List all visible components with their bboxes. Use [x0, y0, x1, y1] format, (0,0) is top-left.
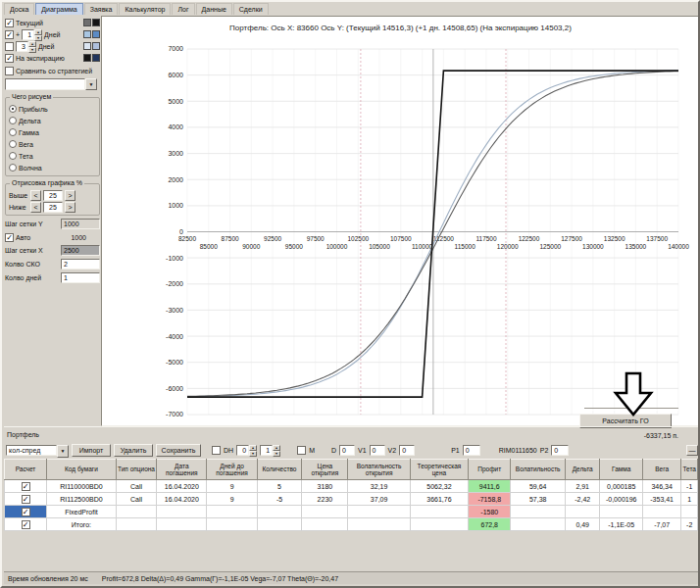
color-swatch[interactable] — [83, 30, 91, 38]
spinner-down-icon[interactable]: ▾ — [273, 451, 280, 457]
sko-count-input[interactable]: 2 — [61, 259, 100, 270]
series-checkbox[interactable] — [5, 42, 14, 51]
column-header[interactable]: Тета — [681, 460, 698, 480]
radio-gamma[interactable] — [9, 128, 17, 136]
strategy-combobox-value: кол-спред — [6, 445, 57, 456]
v1-input[interactable]: 0 — [370, 445, 385, 456]
color-swatch[interactable] — [83, 54, 91, 62]
column-header[interactable]: Код бумаги — [47, 460, 117, 480]
color-swatch[interactable] — [83, 42, 91, 50]
row-calc-cell[interactable]: ✓ — [5, 506, 47, 518]
auto-checkbox[interactable]: ✓ — [5, 233, 14, 242]
compare-strategy-select[interactable]: ▼ — [5, 78, 97, 90]
v2-input[interactable]: 0 — [399, 445, 415, 456]
draw-option-delta[interactable]: Дельта — [9, 116, 96, 125]
column-header[interactable]: Расчет — [5, 460, 47, 480]
row-checkbox[interactable]: ✓ — [22, 482, 30, 491]
column-header[interactable]: Гамма — [600, 460, 643, 480]
color-swatch[interactable] — [92, 19, 100, 26]
tab-board[interactable]: Доска — [4, 3, 34, 15]
portfolio-title: Портфель — [7, 431, 39, 438]
cell: 57,38 — [511, 493, 566, 506]
collapse-button[interactable]: — — [686, 445, 698, 456]
tab-calculator[interactable]: Калькулятор — [119, 3, 171, 15]
color-swatch[interactable] — [83, 19, 91, 26]
cell — [600, 506, 643, 518]
radio-delta[interactable] — [9, 117, 17, 124]
radio-theta[interactable] — [9, 152, 17, 160]
column-header[interactable]: Вега — [642, 460, 680, 480]
column-header[interactable]: Волатильность — [511, 460, 566, 480]
render-row-above: Выше<25> — [9, 190, 96, 200]
svg-text:1000: 1000 — [168, 202, 183, 209]
row-calc-cell[interactable]: ✓ — [5, 480, 47, 493]
radio-label: Гамма — [19, 129, 39, 136]
spinner-down-icon[interactable]: ▾ — [28, 47, 36, 53]
cell: 32,19 — [348, 480, 410, 493]
tab-diagram[interactable]: Диаграмма — [35, 3, 82, 15]
days-count-input[interactable]: 1 — [61, 272, 100, 283]
dh-spinner-1[interactable]: 0 ▴ ▾ — [236, 445, 257, 456]
tab-log[interactable]: Лог — [172, 3, 194, 15]
decrease-button[interactable]: < — [30, 202, 41, 213]
tab-order[interactable]: Заявка — [84, 3, 119, 15]
cell: 2,91 — [566, 480, 600, 493]
draw-option-theta[interactable]: Тета — [9, 151, 96, 161]
column-header[interactable]: Теоретическая цена — [410, 460, 468, 480]
chevron-down-icon[interactable]: ▼ — [85, 78, 97, 90]
days-spinner[interactable]: 3▴▾ — [16, 41, 36, 52]
save-button[interactable]: Сохранить — [156, 444, 201, 457]
column-header[interactable]: Дней до погашения — [207, 460, 257, 480]
draw-option-gamma[interactable]: Гамма — [9, 127, 96, 137]
color-swatch[interactable] — [92, 42, 100, 50]
draw-option-volna[interactable]: Волчна — [9, 163, 96, 172]
color-swatch[interactable] — [92, 54, 100, 62]
compare-checkbox[interactable] — [5, 67, 14, 75]
column-header[interactable]: Профит — [469, 460, 511, 480]
row-checkbox[interactable]: ✓ — [22, 495, 30, 504]
import-button[interactable]: Импорт — [72, 444, 111, 457]
spinner-down-icon[interactable]: ▾ — [249, 451, 257, 457]
grid-y-input[interactable]: 1000 — [61, 219, 100, 229]
tab-trades[interactable]: Сделки — [233, 3, 269, 15]
series-checkbox[interactable]: ✓ — [5, 30, 14, 39]
cell — [157, 518, 207, 531]
tab-data[interactable]: Данные — [196, 3, 232, 15]
row-checkbox[interactable]: ✓ — [22, 520, 30, 529]
column-header[interactable]: Количество — [257, 460, 302, 480]
column-header[interactable]: Тип опциона — [116, 460, 156, 480]
row-checkbox[interactable]: ✓ — [22, 508, 30, 516]
column-header[interactable]: Волатильность открытия — [348, 460, 410, 480]
radio-volna[interactable] — [9, 164, 17, 172]
cell — [302, 506, 348, 518]
positions-table: РасчетКод бумагиТип опционаДата погашени… — [4, 459, 698, 531]
decrease-button[interactable]: < — [30, 190, 41, 201]
d-input[interactable]: 0 — [339, 445, 355, 456]
radio-profit[interactable] — [9, 105, 17, 113]
draw-option-vega[interactable]: Вега — [9, 139, 96, 149]
radio-vega[interactable] — [9, 140, 17, 148]
row-calc-cell[interactable]: ✓ — [5, 493, 47, 506]
dh-checkbox[interactable] — [212, 446, 221, 455]
strategy-combobox[interactable]: кол-спред ▼ — [6, 445, 69, 457]
delete-button[interactable]: Удалить — [114, 444, 153, 457]
series-checkbox[interactable]: ✓ — [5, 54, 14, 63]
increase-button[interactable]: > — [65, 202, 75, 213]
days-spinner[interactable]: 1▴▾ — [22, 29, 42, 40]
series-checkbox[interactable]: ✓ — [5, 19, 14, 27]
cell: Call — [116, 493, 156, 506]
p1-input[interactable]: 0 — [463, 445, 480, 456]
increase-button[interactable]: > — [65, 190, 75, 201]
p2-input[interactable]: 0 — [551, 445, 569, 456]
dh-spinner-2[interactable]: 1 ▴ ▾ — [260, 445, 280, 456]
m-checkbox[interactable] — [297, 446, 306, 455]
row-calc-cell[interactable]: ✓ — [5, 518, 47, 531]
chevron-down-icon[interactable]: ▼ — [57, 445, 69, 458]
draw-option-profit[interactable]: Прибыль — [9, 104, 96, 114]
column-header[interactable]: Цена открытия — [302, 460, 348, 480]
color-swatch[interactable] — [92, 30, 100, 38]
column-header[interactable]: Дельта — [566, 460, 600, 480]
column-header[interactable]: Дата погашения — [157, 460, 207, 480]
grid-y-row: Шаг сетки Y 1000 — [5, 219, 100, 229]
grid-x-input[interactable]: 2500 — [61, 245, 100, 256]
